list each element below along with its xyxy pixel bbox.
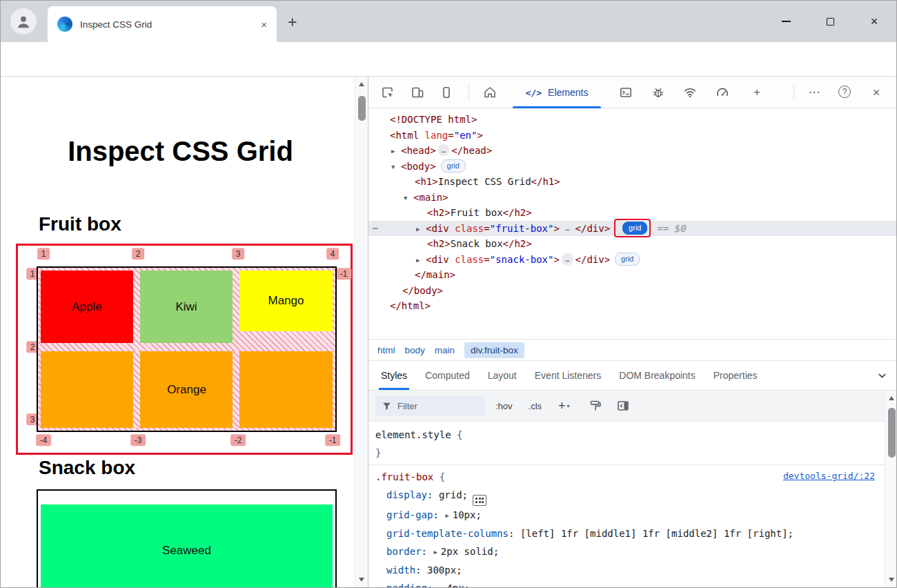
css-property[interactable]: width: 300px; [368,561,885,579]
grid-badge[interactable]: grid [441,159,466,173]
css-colon: : [509,528,520,539]
grid-badge-active[interactable]: grid [622,222,647,235]
page-content: Inspect CSS Grid Fruit box 1 2 3 4 1 2 3… [6,77,355,588]
filter-input[interactable]: Filter [375,396,486,416]
dom-tree-row[interactable]: <h2>Snack box</h2> [368,236,897,252]
dom-tree-row[interactable]: <!DOCTYPE html> [368,112,897,128]
dom-code-text: "en" [454,130,477,141]
maximize-button[interactable] [808,1,852,42]
css-property-name: padding [386,582,427,588]
new-style-rule-button[interactable]: + [558,399,566,413]
breadcrumb-body[interactable]: body [405,345,425,355]
tab-event-listeners[interactable]: Event Listeners [535,361,602,390]
new-tab-button[interactable]: + [288,13,297,32]
breadcrumb-html[interactable]: html [377,345,395,355]
dom-tree-row[interactable]: ⋯▶<div class="fruit-box">…</div>grid== $… [368,221,897,237]
close-devtools-icon[interactable]: × [869,86,883,99]
add-tools-icon[interactable]: + [750,86,764,99]
performance-icon[interactable] [716,86,729,99]
console-icon[interactable] [619,86,633,99]
close-window-button[interactable]: × [852,1,896,42]
dom-code-text: </div> [575,254,611,265]
dom-tree-row[interactable]: ▼<body>grid [368,159,897,175]
grid-badge[interactable]: grid [615,253,640,266]
scroll-down-icon[interactable] [889,578,894,582]
css-property[interactable]: grid-gap: ▶10px; [368,506,885,525]
inspect-icon[interactable] [381,86,395,99]
inline-expand-icon[interactable]: … [562,253,573,265]
grid-gap-overlay [233,351,239,428]
css-property[interactable]: border: ▶2px solid; [368,542,885,561]
sidebar-tabs: Styles Computed Layout Event Listeners D… [368,361,897,391]
dom-tree-row[interactable]: </body> [368,283,897,299]
expand-shorthand-icon[interactable]: ▶ [440,580,443,588]
dom-tree-row[interactable]: </main> [368,267,897,283]
scroll-up-icon[interactable] [889,396,894,400]
dom-tree-row[interactable]: ▶<head>…</head> [368,143,897,159]
page-scrollbar[interactable] [355,77,368,588]
dom-code-text: Fruit box [451,207,503,218]
tab-close-icon[interactable]: × [261,19,267,30]
dom-tree-row[interactable]: ▼<main> [368,190,897,206]
collapse-arrow-icon[interactable]: ▼ [391,159,401,175]
device-emulation-icon[interactable] [411,86,424,99]
scrollbar-thumb[interactable] [888,408,896,458]
toggle-hover-state-button[interactable]: :hov [495,401,513,411]
tab-layout[interactable]: Layout [488,361,517,390]
help-icon[interactable]: ? [838,86,852,99]
format-paint-icon[interactable] [589,399,602,413]
network-conditions-icon[interactable] [683,86,697,99]
welcome-home-icon[interactable] [483,86,497,99]
toggle-class-button[interactable]: .cls [529,401,542,411]
scroll-down-icon[interactable] [359,578,364,582]
chevron-down-icon[interactable] [876,370,888,382]
expand-shorthand-icon[interactable]: ▶ [433,543,437,561]
annotation-red-box: grid [614,219,651,237]
panel-layout-icon[interactable] [440,86,453,99]
tab-styles[interactable]: Styles [381,361,407,390]
css-property[interactable]: grid-template-columns: [left] 1fr [middl… [368,525,885,542]
profile-avatar[interactable] [10,8,37,35]
dom-row-actions-icon[interactable]: ⋯ [373,221,378,237]
toggle-sidebar-icon[interactable] [616,399,630,413]
tab-dom-breakpoints[interactable]: DOM Breakpoints [619,361,695,390]
tab-computed[interactable]: Computed [425,361,470,390]
tab-elements[interactable]: </> Elements [509,77,605,108]
styles-scrollbar[interactable] [885,391,897,588]
browser-window: Inspect CSS Grid × + × https://microsoft… [0,0,897,588]
expand-shorthand-icon[interactable]: ▶ [445,507,448,525]
fruit-box-style-rule[interactable]: devtools-grid/:22 .fruit-box { display: … [368,465,885,588]
grid-editor-icon[interactable] [473,495,486,506]
inline-expand-icon[interactable]: … [562,222,573,234]
expand-arrow-icon[interactable]: ▶ [416,222,426,237]
css-property[interactable]: padding: ▶4px; [368,579,885,588]
grid-line-number: -3 [130,434,146,446]
expand-arrow-icon[interactable]: ▶ [391,144,401,159]
css-property[interactable]: display: grid; [368,486,885,506]
inline-expand-icon[interactable]: … [438,144,450,156]
breadcrumb-div-fruit-box[interactable]: div.fruit-box [464,342,524,358]
breadcrumb-main[interactable]: main [435,345,455,355]
collapse-arrow-icon[interactable]: ▼ [404,190,413,206]
source-link[interactable]: devtools-grid/:22 [783,471,875,481]
caret-down-icon[interactable]: ▾ [567,403,570,409]
dom-code-text: > [553,254,559,265]
element-style-rule[interactable]: element.style { } [368,422,885,465]
minimize-button[interactable] [764,1,808,42]
dom-tree: <!DOCTYPE html><html lang="en">▶<head>…<… [368,108,897,339]
issues-bug-icon[interactable] [651,86,665,99]
more-tools-icon[interactable]: ⋯ [807,86,821,99]
dom-tree-row[interactable]: <html lang="en"> [368,128,897,144]
dom-tree-row[interactable]: <h1>Inspect CSS Grid</h1> [368,174,897,190]
expand-arrow-icon[interactable]: ▶ [416,253,426,268]
dom-tree-row[interactable]: </html> [368,298,897,314]
scrollbar-thumb[interactable] [358,96,366,121]
snack-box-heading: Snack box [39,457,135,479]
dom-code-text: class [455,254,484,265]
grid-line-number: -1 [325,434,340,446]
fruit-grid-cells: Apple Kiwi Mango Orange [41,271,333,428]
tab-properties[interactable]: Properties [713,361,758,390]
scroll-up-icon[interactable] [359,82,364,86]
dom-tree-row[interactable]: ▶<div class="snack-box">…</div>grid [368,252,897,268]
browser-tab[interactable]: Inspect CSS Grid × [48,6,277,42]
